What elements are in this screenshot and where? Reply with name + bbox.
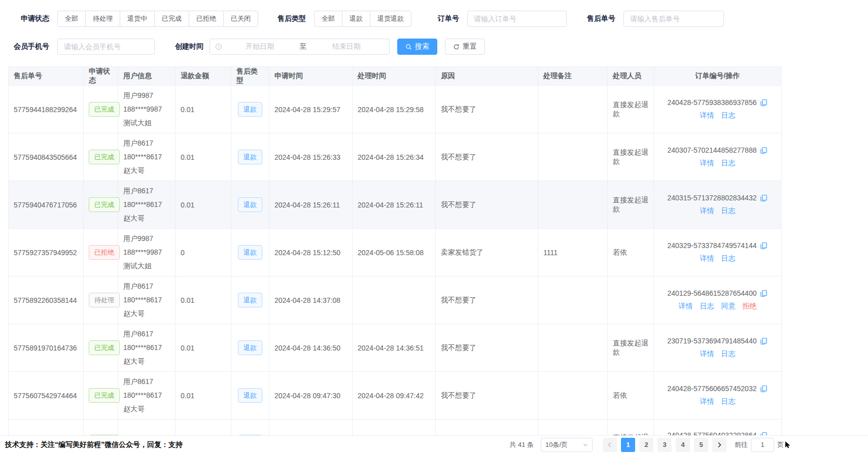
cell-reason: 我不想要了 xyxy=(436,324,538,372)
row-action-link[interactable]: 日志 xyxy=(721,254,736,263)
page-size-select[interactable]: 10条/页 xyxy=(541,438,593,452)
pager-page-button[interactable]: 1 xyxy=(621,438,635,452)
status-badge: 已拒绝 xyxy=(89,245,120,260)
cell-remark xyxy=(538,133,608,181)
table-row: 5775940843505664 已完成 用户8617180****8617赵大… xyxy=(9,133,782,181)
copy-icon[interactable] xyxy=(760,432,768,436)
end-date-placeholder[interactable]: 结束日期 xyxy=(309,42,385,51)
row-action-link[interactable]: 日志 xyxy=(721,111,736,120)
pager-page-button[interactable]: 3 xyxy=(657,438,672,452)
table-row: 5775607542974464 已完成 用户8617180****8617赵大… xyxy=(9,372,782,420)
copy-icon[interactable] xyxy=(760,194,768,202)
row-action-link[interactable]: 日志 xyxy=(721,397,736,406)
search-button-label: 搜索 xyxy=(415,42,429,51)
cell-apply-time: 2024-04-28 14:36:50 xyxy=(269,324,353,372)
aftersale-no-input[interactable] xyxy=(623,11,724,27)
order-no-input[interactable] xyxy=(467,11,567,27)
cell-status: 已完成 xyxy=(84,133,118,181)
clock-icon xyxy=(215,43,222,50)
status-badge: 已完成 xyxy=(89,102,120,117)
cell-user-info: 用户9987188****9987测试大姐 xyxy=(118,86,176,133)
type-badge: 退款 xyxy=(238,150,262,164)
filter-option-button[interactable]: 全部 xyxy=(314,11,342,27)
cell-remark xyxy=(538,181,608,229)
pager-page-button[interactable]: 4 xyxy=(676,438,690,452)
reset-button[interactable]: 重置 xyxy=(445,39,485,55)
row-action-link[interactable]: 日志 xyxy=(700,302,714,311)
refresh-icon xyxy=(453,44,460,50)
pager-page-button[interactable]: 5 xyxy=(694,438,708,452)
table-row: 5775892260358144 待处理 用户8617180****8617赵大… xyxy=(9,276,782,324)
cell-reason: 我不想要了 xyxy=(436,86,538,133)
copy-icon[interactable] xyxy=(760,385,768,393)
row-action-link[interactable]: 日志 xyxy=(721,206,736,216)
row-action-link[interactable]: 日志 xyxy=(721,159,736,168)
page-size-value: 10条/页 xyxy=(545,440,568,449)
table-row: 5775944188299264 已完成 用户9987188****9987测试… xyxy=(9,86,782,133)
copy-icon[interactable] xyxy=(760,99,768,107)
cell-apply-time: 2024-04-28 15:26:33 xyxy=(269,133,353,181)
row-action-link[interactable]: 详情 xyxy=(700,254,714,263)
column-header: 处理人员 xyxy=(608,67,654,86)
cell-remark xyxy=(538,86,608,133)
goto-page: 前往 页 xyxy=(735,438,784,452)
table-row: 已完成 用户8617 退款 直接发起退款 240428-577560403229… xyxy=(9,420,782,436)
phone-input[interactable] xyxy=(57,39,155,55)
pager-next-button[interactable] xyxy=(712,438,726,452)
cell-apply-time: 2024-04-28 15:12:50 xyxy=(269,229,353,276)
row-action-link[interactable]: 详情 xyxy=(679,302,693,311)
order-number: 240428-5775938386937856 xyxy=(668,98,757,107)
filter-option-button[interactable]: 待处理 xyxy=(85,11,120,27)
cell-type: 退款 xyxy=(231,420,269,436)
filter-option-button[interactable]: 已关闭 xyxy=(223,11,258,27)
filter-option-button[interactable]: 全部 xyxy=(57,11,86,27)
cell-user-info: 用户8617180****8617赵大哥 xyxy=(118,372,176,420)
filter-option-button[interactable]: 退货退款 xyxy=(370,11,411,27)
cell-reason: 我不想要了 xyxy=(436,276,538,324)
copy-icon[interactable] xyxy=(760,242,768,250)
status-badge: 待处理 xyxy=(89,293,120,307)
filter-panel: 申请状态 全部待处理退货中已完成已拒绝已关闭 售后类型 全部退款退货退款 订单号… xyxy=(0,0,868,66)
cell-type: 退款 xyxy=(231,372,269,420)
row-action-link[interactable]: 详情 xyxy=(700,206,714,216)
row-action-link[interactable]: 拒绝 xyxy=(743,302,757,311)
date-range-picker[interactable]: 开始日期 至 结束日期 xyxy=(210,39,390,55)
status-filter-group: 全部待处理退货中已完成已拒绝已关闭 xyxy=(57,11,258,27)
cell-handle-time: 2024-04-28 15:26:11 xyxy=(353,181,436,229)
cell-refund-amount: 0.01 xyxy=(176,133,231,181)
search-button[interactable]: 搜索 xyxy=(397,39,437,55)
row-action-link[interactable]: 详情 xyxy=(700,350,714,359)
cell-type: 退款 xyxy=(231,86,269,133)
cell-handler: 直接发起退款 xyxy=(608,133,654,181)
row-action-link[interactable]: 日志 xyxy=(721,350,736,359)
filter-option-button[interactable]: 退款 xyxy=(342,11,370,27)
cell-order-actions: 240428-5775604032292864 详情日志 xyxy=(654,420,782,436)
reset-button-label: 重置 xyxy=(463,42,477,51)
cell-user-info: 用户9987188****9987测试大姐 xyxy=(118,229,176,276)
pager-prev-button[interactable] xyxy=(603,438,617,452)
cell-remark xyxy=(538,420,608,436)
copy-icon[interactable] xyxy=(760,147,768,154)
table-body: 5775944188299264 已完成 用户9987188****9987测试… xyxy=(9,86,782,436)
table-row: 5775940476717056 已完成 用户8617180****8617赵大… xyxy=(9,181,782,229)
cell-status: 待处理 xyxy=(84,276,118,324)
cell-type: 退款 xyxy=(231,324,269,372)
copy-icon[interactable] xyxy=(760,337,768,345)
status-filter-label: 申请状态 xyxy=(0,14,49,23)
filter-option-button[interactable]: 退货中 xyxy=(120,11,155,27)
copy-icon[interactable] xyxy=(760,290,768,297)
row-action-link[interactable]: 详情 xyxy=(700,159,714,168)
row-action-link[interactable]: 同意 xyxy=(721,302,736,311)
start-date-placeholder[interactable]: 开始日期 xyxy=(222,42,298,51)
mouse-cursor xyxy=(785,441,791,450)
pager-page-button[interactable]: 2 xyxy=(639,438,653,452)
order-number: 240428-5775604032292864 xyxy=(668,431,757,435)
type-badge: 退款 xyxy=(238,388,262,403)
cell-apply-time: 2024-04-28 09:47:30 xyxy=(269,372,353,420)
row-action-link[interactable]: 详情 xyxy=(700,111,714,120)
filter-row-1: 申请状态 全部待处理退货中已完成已拒绝已关闭 售后类型 全部退款退货退款 订单号… xyxy=(0,11,868,27)
filter-option-button[interactable]: 已拒绝 xyxy=(189,11,224,27)
row-action-link[interactable]: 详情 xyxy=(700,397,714,406)
goto-page-input[interactable] xyxy=(751,438,774,452)
filter-option-button[interactable]: 已完成 xyxy=(154,11,189,27)
